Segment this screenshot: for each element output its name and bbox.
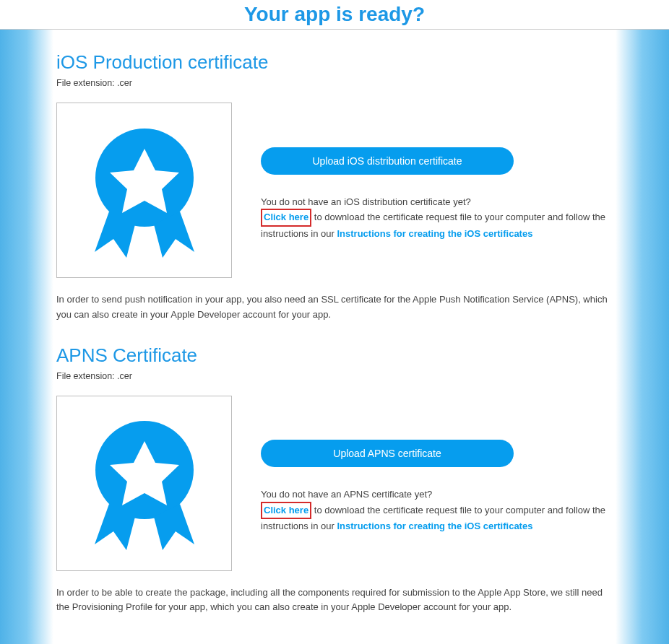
highlight-box-ios: Click here [261, 209, 311, 227]
upload-ios-distribution-button[interactable]: Upload iOS distribution certificate [261, 147, 514, 175]
bottom-paragraph: In order to be able to create the packag… [56, 586, 613, 616]
click-here-link-apns[interactable]: Click here [264, 505, 308, 515]
cert-row-ios: Upload iOS distribution certificate You … [56, 103, 613, 278]
cert-row-apns: Upload APNS certificate You do not have … [56, 396, 613, 571]
instructions-link-apns[interactable]: Instructions for creating the iOS certif… [337, 521, 533, 531]
upload-apns-button[interactable]: Upload APNS certificate [261, 440, 514, 467]
cert-info-apns: Upload APNS certificate You do not have … [261, 432, 613, 534]
mid-paragraph: In order to send push notification in yo… [56, 292, 613, 323]
cert-question-ios: You do not have an iOS distribution cert… [261, 196, 471, 207]
cert-image-box-ios [56, 103, 232, 278]
section-title-ios: iOS Production certificate [56, 51, 613, 74]
cert-desc-ios: You do not have an iOS distribution cert… [261, 195, 613, 241]
content-area: iOS Production certificate File extensio… [56, 30, 613, 634]
ios-production-section: iOS Production certificate File extensio… [56, 51, 613, 278]
cert-info-ios: Upload iOS distribution certificate You … [261, 140, 613, 241]
click-here-link-ios[interactable]: Click here [264, 212, 308, 222]
certificate-badge-icon [83, 414, 206, 552]
highlight-box-apns: Click here [261, 502, 311, 520]
cert-desc-apns: You do not have an APNS certificate yet?… [261, 487, 613, 534]
page-header: Your app is ready? [0, 0, 669, 30]
file-extension-ios: File extension: .cer [56, 78, 613, 88]
cert-image-box-apns [56, 396, 232, 571]
certificate-badge-icon [83, 122, 206, 259]
apns-section: APNS Certificate File extension: .cer Up… [56, 344, 613, 571]
cert-question-apns: You do not have an APNS certificate yet? [261, 487, 613, 502]
page-title: Your app is ready? [244, 3, 425, 26]
file-extension-apns: File extension: .cer [56, 371, 613, 381]
section-title-apns: APNS Certificate [56, 344, 613, 367]
instructions-link-ios[interactable]: Instructions for creating the iOS certif… [337, 228, 533, 239]
